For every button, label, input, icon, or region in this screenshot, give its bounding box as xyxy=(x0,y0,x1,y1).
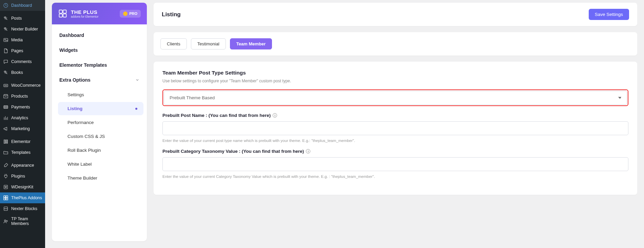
menu-label: Products xyxy=(11,94,28,99)
wp-menu-plugins[interactable]: Plugins xyxy=(0,171,45,182)
page-icon xyxy=(3,48,9,54)
dropdown-highlighted-wrap: Prebuilt Theme Based xyxy=(162,89,628,106)
plugin-brand-header: THE PLUS addons for Elementor PRO xyxy=(52,3,147,24)
svg-rect-24 xyxy=(59,14,62,17)
svg-rect-6 xyxy=(4,84,8,87)
svg-rect-13 xyxy=(5,143,7,144)
plugin-nav-widgets[interactable]: Widgets xyxy=(52,43,147,58)
plugin-nav-dashboard[interactable]: Dashboard xyxy=(52,28,147,43)
plugin-subnav-white-label[interactable]: White Label xyxy=(58,158,143,171)
svg-point-9 xyxy=(5,106,6,108)
svg-point-20 xyxy=(4,220,6,221)
menu-label: WDesignKit xyxy=(11,185,33,189)
wp-menu-elementor[interactable]: Elementor xyxy=(0,136,45,147)
wp-menu-comments[interactable]: Comments xyxy=(0,56,45,67)
menu-label: TP Team Members xyxy=(11,216,42,226)
tabs-row: ClientsTestimonialTeam Member xyxy=(154,32,637,56)
plugin-nav-elementor-templates[interactable]: Elementor Templates xyxy=(52,58,147,73)
pin-icon xyxy=(3,26,9,32)
prebuilt-post-name-input[interactable] xyxy=(162,121,628,135)
menu-label: Media xyxy=(11,38,23,42)
save-button[interactable]: Save Settings xyxy=(589,9,629,20)
main-content: Listing Save Settings ClientsTestimonial… xyxy=(154,0,637,241)
plugin-nav-extra-options[interactable]: Extra Options xyxy=(52,73,147,87)
plugin-subnav-settings[interactable]: Settings xyxy=(58,88,143,101)
dashboard-icon xyxy=(3,2,9,8)
svg-rect-10 xyxy=(4,140,5,144)
wp-menu-analytics[interactable]: Analytics xyxy=(0,112,45,123)
field-hint: Enter the value of your current post typ… xyxy=(162,139,628,143)
menu-label: Nexter Builder xyxy=(11,27,38,32)
menu-label: Plugins xyxy=(11,174,25,179)
menu-label: Nexter Blocks xyxy=(11,206,37,211)
wp-admin-sidebar: DashboardPostsNexter BuilderMediaPagesCo… xyxy=(0,0,45,248)
settings-section: Team Member Post Type Settings Use below… xyxy=(154,62,637,195)
prebuilt-taxonomy-label: Prebuilt Category Taxonomy Value : (You … xyxy=(162,149,628,154)
svg-rect-23 xyxy=(63,10,66,13)
svg-rect-11 xyxy=(5,140,7,141)
plugin-subnav-performance[interactable]: Performance xyxy=(58,116,143,129)
wp-menu-products[interactable]: Products xyxy=(0,91,45,102)
menu-label: Comments xyxy=(11,59,32,64)
info-icon[interactable]: i xyxy=(273,113,277,118)
prebuilt-taxonomy-input[interactable] xyxy=(162,157,628,171)
page-title: Listing xyxy=(162,11,181,18)
wp-menu-theplus-addons[interactable]: ThePlus Addons xyxy=(0,192,45,203)
pro-badge: PRO xyxy=(120,10,141,18)
section-desc: Use below settings to configure your "Te… xyxy=(162,79,628,83)
wp-menu-nexter-blocks[interactable]: Nexter Blocks xyxy=(0,203,45,214)
menu-label: Templates xyxy=(11,150,31,155)
svg-point-21 xyxy=(6,221,7,222)
plugin-subnav-roll-back-plugin[interactable]: Roll Back Plugin xyxy=(58,144,143,157)
wp-menu-marketing[interactable]: Marketing xyxy=(0,123,45,134)
block-icon xyxy=(3,206,9,212)
wp-menu-woocommerce[interactable]: WooCommerce xyxy=(0,80,45,91)
field-hint: Enter the value of your current Category… xyxy=(162,174,628,179)
wp-menu-nexter-builder[interactable]: Nexter Builder xyxy=(0,24,45,35)
folder-icon xyxy=(3,149,9,156)
svg-rect-7 xyxy=(4,95,8,98)
wp-menu-pages[interactable]: Pages xyxy=(0,45,45,56)
wp-menu-appearance[interactable]: Appearance xyxy=(0,160,45,171)
info-icon[interactable]: i xyxy=(306,149,310,153)
wp-menu-payments[interactable]: Payments xyxy=(0,102,45,112)
wp-menu-templates[interactable]: Templates xyxy=(0,147,45,158)
svg-rect-18 xyxy=(6,198,8,200)
plugin-subnav-theme-builder[interactable]: Theme Builder xyxy=(58,171,143,185)
menu-label: Dashboard xyxy=(11,3,32,8)
wp-menu-tp-team-members[interactable]: TP Team Members xyxy=(0,214,45,228)
wp-menu-posts[interactable]: Posts xyxy=(0,13,45,24)
tab-team-member[interactable]: Team Member xyxy=(230,38,272,49)
wp-menu-wdesignkit[interactable]: WDesignKit xyxy=(0,182,45,192)
post-type-mode-select[interactable]: Prebuilt Theme Based xyxy=(164,91,627,105)
media-icon xyxy=(3,37,9,43)
tab-testimonial[interactable]: Testimonial xyxy=(191,38,226,49)
menu-label: Books xyxy=(11,70,23,75)
menu-label: WooCommerce xyxy=(11,83,41,88)
wp-menu-books[interactable]: Books xyxy=(0,67,45,78)
menu-label: Marketing xyxy=(11,126,30,131)
wp-menu-dashboard[interactable]: Dashboard xyxy=(0,0,45,11)
plugin-subnav-listing[interactable]: Listing xyxy=(58,102,143,115)
active-dot-icon xyxy=(135,108,137,110)
archive-icon xyxy=(3,93,9,99)
svg-rect-12 xyxy=(5,141,7,142)
team-icon xyxy=(3,218,9,224)
plugin-side-panel: THE PLUS addons for Elementor PRO Dashbo… xyxy=(52,3,147,241)
menu-label: Pages xyxy=(11,48,23,53)
svg-rect-16 xyxy=(6,196,8,198)
pin-icon xyxy=(3,15,9,21)
pro-label: PRO xyxy=(129,12,137,16)
plus-icon xyxy=(3,195,9,201)
comment-icon xyxy=(3,59,9,65)
menu-label: Appearance xyxy=(11,163,34,168)
megaphone-icon xyxy=(3,126,9,132)
wp-menu-media[interactable]: Media xyxy=(0,35,45,45)
svg-rect-22 xyxy=(59,10,62,13)
chevron-down-icon xyxy=(135,78,139,82)
plugin-nav: DashboardWidgetsElementor TemplatesExtra… xyxy=(52,24,147,189)
section-title: Team Member Post Type Settings xyxy=(162,70,628,76)
tab-clients[interactable]: Clients xyxy=(160,38,187,49)
money-icon xyxy=(3,104,9,110)
plugin-subnav-custom-css-&-js[interactable]: Custom CSS & JS xyxy=(58,130,143,143)
